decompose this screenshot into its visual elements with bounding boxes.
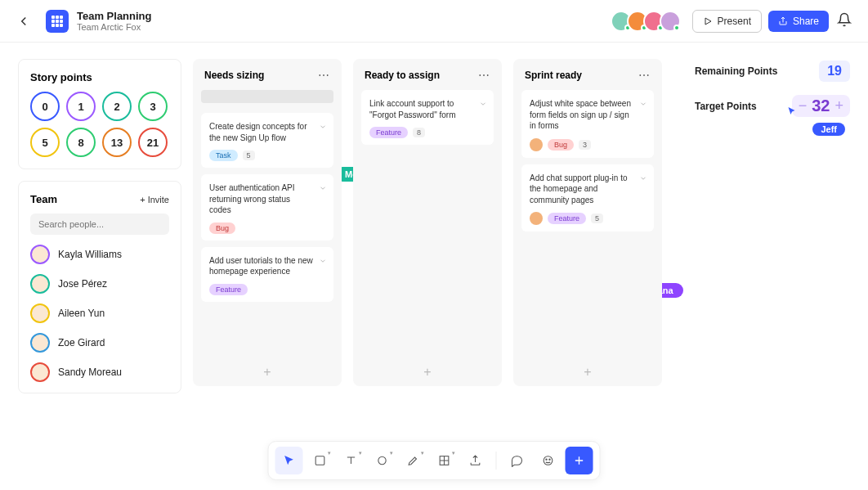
target-points-label: Target Points [695, 101, 757, 112]
target-points-value: − 32 + [792, 95, 850, 117]
left-column: Story points 0123581321 Team + Invite Ka… [18, 59, 181, 393]
team-card: Team + Invite Kayla WilliamsJose PérezAi… [18, 181, 181, 393]
team-item[interactable]: Aileen Yun [30, 303, 169, 323]
tool-sticky[interactable]: ▾ [306, 447, 334, 474]
story-point-badge: 8 [413, 128, 425, 137]
avatar [30, 245, 50, 264]
story-point-chip[interactable]: 5 [30, 128, 60, 157]
task-title: Add chat support plug-in to the homepage… [530, 173, 646, 206]
add-card-button[interactable]: + [513, 357, 662, 380]
tool-add[interactable] [566, 447, 593, 474]
tool-shape[interactable]: ▾ [369, 447, 396, 474]
avatar [30, 274, 50, 294]
board-column: Needs sizing⋯Create design concepts for … [193, 59, 342, 386]
bottom-toolbar: ▾ ▾ ▾ ▾ ▾ [268, 441, 601, 480]
tool-upload[interactable] [462, 447, 490, 474]
task-card[interactable]: Add user tutorials to the new homepage e… [201, 247, 333, 302]
task-card[interactable]: Link account support to "Forgot Password… [361, 90, 494, 145]
notifications-icon[interactable] [837, 12, 852, 30]
team-member-name: Kayla Williams [58, 249, 122, 260]
task-title: User authentication API returning wrong … [209, 182, 325, 216]
chevron-down-icon[interactable] [319, 119, 327, 134]
svg-rect-3 [51, 20, 55, 23]
chevron-down-icon[interactable] [319, 181, 327, 196]
share-label: Share [793, 16, 819, 27]
task-title: Link account support to "Forgot Password… [369, 98, 485, 120]
tag-task: Task [209, 150, 238, 161]
tag-feature: Feature [369, 127, 408, 138]
team-member-name: Jose Pérez [58, 278, 107, 290]
task-card[interactable]: Create design concepts for the new Sign … [201, 113, 333, 168]
column-title: Ready to assign [365, 70, 440, 81]
title-block: Team Planning Team Arctic Fox [77, 10, 152, 32]
story-points-card: Story points 0123581321 [18, 59, 181, 169]
cursor-icon [787, 106, 797, 116]
tool-select[interactable] [275, 447, 303, 474]
presence-avatar[interactable] [660, 11, 681, 32]
story-point-badge: 5 [591, 214, 603, 223]
team-item[interactable]: Kayla Williams [30, 245, 169, 264]
svg-rect-5 [60, 20, 63, 23]
assignee-avatar [530, 212, 543, 225]
svg-rect-0 [51, 16, 55, 19]
story-point-chip[interactable]: 8 [66, 128, 96, 157]
story-points-heading: Story points [30, 71, 169, 83]
play-icon [703, 16, 713, 26]
share-button[interactable]: Share [768, 11, 829, 32]
svg-rect-8 [60, 24, 63, 27]
task-title: Add user tutorials to the new homepage e… [209, 255, 325, 277]
chevron-down-icon[interactable] [639, 97, 647, 111]
chevron-down-icon[interactable] [639, 171, 647, 186]
story-point-chip[interactable]: 2 [102, 92, 132, 121]
svg-rect-7 [56, 24, 59, 27]
kanban-board: Mona Yana Needs sizing⋯Create design con… [193, 59, 683, 393]
remaining-points-value: 19 [819, 61, 850, 82]
add-card-button[interactable]: + [353, 357, 502, 380]
tag-feature: Feature [209, 284, 248, 295]
tool-comment[interactable] [503, 447, 531, 474]
svg-rect-10 [315, 456, 324, 465]
chevron-down-icon[interactable] [319, 254, 327, 268]
story-point-chip[interactable]: 1 [66, 92, 96, 121]
increment-button[interactable]: + [834, 97, 843, 115]
team-name-subtitle: Team Arctic Fox [77, 22, 152, 32]
story-point-chip[interactable]: 0 [30, 92, 60, 121]
present-label: Present [718, 16, 751, 27]
story-point-chip[interactable]: 21 [138, 128, 168, 157]
tool-text[interactable]: ▾ [338, 447, 365, 474]
story-point-chip[interactable]: 13 [102, 128, 132, 157]
invite-button[interactable]: + Invite [140, 195, 169, 205]
back-icon[interactable] [16, 14, 31, 29]
add-card-button[interactable]: + [193, 357, 342, 380]
page-title: Team Planning [77, 10, 152, 22]
present-button[interactable]: Present [692, 10, 762, 33]
tool-frame[interactable]: ▾ [431, 447, 459, 474]
task-card[interactable]: User authentication API returning wrong … [201, 174, 333, 241]
cursor-jeff-label: Jeff [812, 123, 845, 136]
avatar [30, 303, 50, 323]
team-member-name: Zoe Girard [58, 337, 105, 348]
team-item[interactable]: Zoe Girard [30, 333, 169, 353]
team-item[interactable]: Sandy Moreau [30, 362, 169, 382]
svg-point-14 [546, 459, 547, 460]
board-column: Ready to assign⋯Link account support to … [353, 59, 502, 386]
story-points-grid: 0123581321 [30, 92, 169, 157]
decrement-button[interactable]: − [799, 97, 808, 115]
tool-pen[interactable]: ▾ [400, 447, 427, 474]
column-menu-icon[interactable]: ⋯ [318, 69, 330, 82]
column-menu-icon[interactable]: ⋯ [638, 69, 651, 82]
story-point-chip[interactable]: 3 [138, 92, 168, 121]
column-menu-icon[interactable]: ⋯ [478, 69, 490, 82]
team-search-input[interactable] [30, 214, 169, 235]
task-card[interactable]: Adjust white space between form fields o… [521, 90, 654, 158]
presence-avatars[interactable] [615, 11, 681, 32]
task-title: Create design concepts for the new Sign … [209, 121, 325, 143]
chevron-down-icon[interactable] [479, 97, 487, 111]
team-item[interactable]: Jose Pérez [30, 274, 169, 294]
tool-stamp[interactable] [535, 447, 562, 474]
remaining-points-label: Remaining Points [695, 65, 777, 77]
metrics-column: Remaining Points 19 Target Points − 32 +… [695, 59, 850, 393]
task-card[interactable]: Add chat support plug-in to the homepage… [521, 164, 654, 232]
share-icon [778, 16, 788, 26]
story-point-badge: 3 [579, 140, 591, 150]
